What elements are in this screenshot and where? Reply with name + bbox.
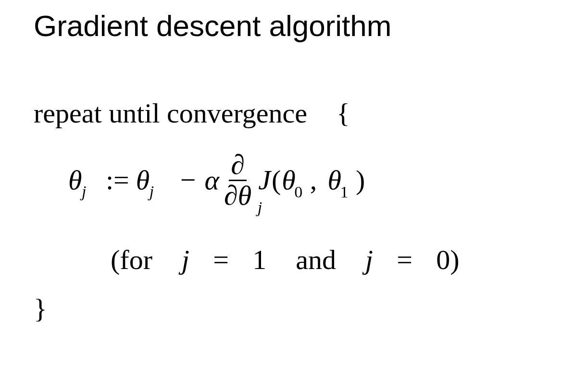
theta-1: θ 1 bbox=[328, 164, 342, 196]
theta-j-lhs: θ j bbox=[68, 164, 91, 196]
eq-1: = bbox=[213, 244, 229, 275]
cost-function: J ( θ 0 , θ 1 ) bbox=[258, 164, 365, 196]
slide-title: Gradient descent algorithm bbox=[34, 10, 553, 42]
for-line: (for j = 1 and j = 0) bbox=[111, 244, 553, 276]
var-j-1: j bbox=[182, 244, 189, 275]
for-word: for bbox=[120, 244, 152, 275]
rparen: ) bbox=[356, 164, 365, 196]
close-brace: } bbox=[34, 293, 553, 325]
subscript-1: 1 bbox=[340, 183, 349, 201]
lparen: ( bbox=[272, 164, 281, 196]
theta-symbol: θ bbox=[68, 164, 82, 196]
subscript-0: 0 bbox=[294, 183, 302, 201]
alpha-symbol: α bbox=[205, 164, 219, 196]
assign-op: := bbox=[106, 164, 129, 196]
theta-symbol: θ bbox=[136, 164, 150, 196]
subscript-j: j bbox=[150, 183, 154, 201]
cost-J: J bbox=[258, 164, 271, 196]
and-word: and bbox=[296, 244, 336, 275]
val-1: 1 bbox=[252, 244, 266, 275]
val-0: 0 bbox=[436, 244, 450, 275]
comma: , bbox=[310, 164, 317, 196]
repeat-line: repeat until convergence { bbox=[34, 98, 553, 130]
algorithm-block: repeat until convergence { θ j := θ j bbox=[34, 98, 553, 325]
repeat-text: repeat until convergence bbox=[34, 98, 307, 129]
subscript-j: j bbox=[82, 183, 86, 201]
theta-symbol: θ bbox=[282, 164, 296, 196]
eq-2: = bbox=[397, 244, 412, 275]
open-brace: { bbox=[337, 98, 350, 129]
theta-symbol: θ bbox=[328, 164, 342, 196]
theta-0: θ 0 bbox=[282, 164, 296, 196]
partial-denom-d: ∂ bbox=[224, 180, 238, 211]
var-j-2: j bbox=[365, 244, 373, 275]
minus-op: − bbox=[180, 164, 196, 196]
partial-fraction: ∂ ∂θ j bbox=[222, 150, 253, 210]
partial-denom-sub-j: j bbox=[258, 199, 262, 216]
partial-numerator: ∂ bbox=[229, 150, 247, 181]
rparen: ) bbox=[450, 244, 459, 275]
partial-denom-theta: θ bbox=[238, 181, 252, 210]
slide: Gradient descent algorithm repeat until … bbox=[0, 0, 587, 392]
lparen: ( bbox=[111, 244, 120, 275]
theta-j-rhs: θ j bbox=[136, 164, 159, 196]
update-equation: θ j := θ j − α ∂ bbox=[68, 143, 553, 218]
